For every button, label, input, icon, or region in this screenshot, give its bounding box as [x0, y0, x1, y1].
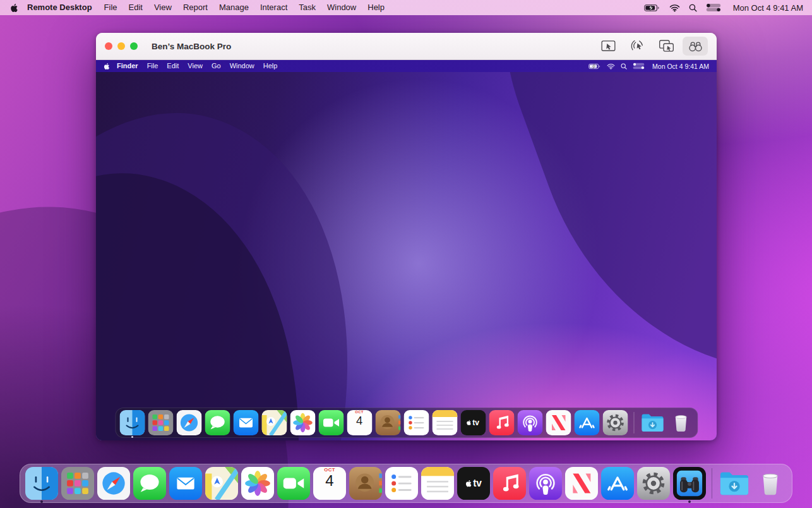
menu-manage[interactable]: Manage: [213, 0, 254, 15]
close-button[interactable]: [105, 42, 112, 50]
dock-item-calendar[interactable]: OCT4: [313, 467, 346, 500]
menu-window[interactable]: Window: [321, 0, 362, 15]
dock-item-trash[interactable]: [668, 410, 693, 435]
search-icon[interactable]: [686, 4, 700, 12]
dock-item-notes[interactable]: [432, 410, 457, 435]
dock-item-contacts[interactable]: [349, 467, 382, 500]
menu-edit[interactable]: Edit: [162, 60, 183, 72]
dock: OCT4tv: [20, 464, 792, 503]
maps-icon: [261, 410, 287, 435]
dock-item-finder[interactable]: [25, 467, 58, 500]
launchpad-icon: [61, 467, 94, 500]
remote-menu-bar-clock[interactable]: Mon Oct 4 9:41 AM: [650, 63, 709, 70]
dock-item-remote-desktop[interactable]: [673, 467, 706, 500]
dock-item-photos[interactable]: [241, 467, 274, 500]
menu-report[interactable]: Report: [177, 0, 213, 15]
dock-item-maps[interactable]: [205, 467, 238, 500]
dock-item-facetime[interactable]: [318, 410, 343, 435]
curtain-button[interactable]: [654, 37, 679, 56]
maps-icon: [205, 467, 238, 500]
wifi-icon[interactable]: [667, 4, 683, 12]
menu-go[interactable]: Go: [207, 60, 225, 72]
menu-help[interactable]: Help: [362, 0, 390, 15]
dock-item-mail[interactable]: [233, 410, 258, 435]
dock-item-safari[interactable]: [176, 410, 201, 435]
dock-item-maps[interactable]: [261, 410, 287, 435]
zoom-button[interactable]: [130, 42, 138, 50]
dock-item-messages[interactable]: [133, 467, 166, 500]
dock-item-messages[interactable]: [205, 410, 230, 435]
window-toolbar: [595, 37, 708, 56]
apple-menu[interactable]: [10, 3, 18, 13]
remote-screen[interactable]: FinderFileEditViewGoWindowHelp Mon Oct 4…: [96, 60, 717, 440]
battery-icon[interactable]: [642, 4, 663, 12]
dock-item-podcasts[interactable]: [517, 410, 542, 435]
battery-icon[interactable]: [587, 63, 603, 70]
menu-task[interactable]: Task: [293, 0, 321, 15]
wifi-icon[interactable]: [605, 63, 617, 70]
trash-icon: [754, 467, 787, 500]
reminders-icon: [385, 467, 418, 500]
messages-icon: [133, 467, 166, 500]
dock-item-appstore[interactable]: [601, 467, 634, 500]
remote-wallpaper: [96, 72, 717, 440]
dock-item-settings[interactable]: [637, 467, 670, 500]
search-icon[interactable]: [619, 63, 629, 70]
dock-item-downloads[interactable]: [640, 410, 665, 435]
dock-item-trash[interactable]: [754, 467, 787, 500]
remote-menu-bar-items: FinderFileEditViewGoWindowHelp: [112, 60, 282, 72]
dock-item-downloads[interactable]: [718, 467, 751, 500]
dock-item-podcasts[interactable]: [529, 467, 562, 500]
menu-view[interactable]: View: [183, 60, 207, 72]
share-control-button[interactable]: [624, 37, 650, 56]
menu-bar-clock[interactable]: Mon Oct 4 9:41 AM: [729, 3, 803, 13]
menu-file[interactable]: File: [143, 60, 163, 72]
menu-remote-desktop[interactable]: Remote Desktop: [21, 0, 99, 15]
menu-view[interactable]: View: [148, 0, 177, 15]
dock-item-tv[interactable]: tv: [457, 467, 490, 500]
finder-icon: [119, 410, 145, 435]
dock-item-contacts[interactable]: [375, 410, 400, 435]
remote-desktop-window: Ben’s MacBook Pro FinderFileEditViewGoWi…: [96, 33, 717, 440]
downloads-icon: [718, 467, 751, 500]
dock-item-reminders[interactable]: [403, 410, 429, 435]
menu-file[interactable]: File: [99, 0, 123, 15]
dock-item-news[interactable]: [546, 410, 571, 435]
dock-item-music[interactable]: [489, 410, 514, 435]
podcasts-icon: [517, 410, 542, 435]
menu-window[interactable]: Window: [225, 60, 259, 72]
dock-item-appstore[interactable]: [574, 410, 599, 435]
remote-apple-menu[interactable]: [104, 63, 110, 70]
dock-item-safari[interactable]: [97, 467, 130, 500]
control-center-icon[interactable]: [631, 63, 647, 70]
menu-interact[interactable]: Interact: [254, 0, 293, 15]
minimize-button[interactable]: [117, 42, 125, 50]
remote-desktop-icon: [673, 467, 706, 500]
remote-dock: OCT4tv: [115, 408, 698, 438]
dock-item-finder[interactable]: [119, 410, 145, 435]
mail-icon: [233, 410, 258, 435]
dock-item-tv[interactable]: tv: [460, 410, 486, 435]
observe-binoculars-button[interactable]: [683, 37, 708, 56]
dock-item-launchpad[interactable]: [148, 410, 173, 435]
dock-item-notes[interactable]: [421, 467, 454, 500]
control-screen-button[interactable]: [595, 37, 621, 56]
settings-icon: [602, 410, 628, 435]
dock-item-facetime[interactable]: [277, 467, 310, 500]
dock-item-calendar[interactable]: OCT4: [347, 410, 372, 435]
menu-help[interactable]: Help: [259, 60, 282, 72]
menu-bar-status: Mon Oct 4 9:41 AM: [642, 3, 803, 13]
control-center-icon[interactable]: [703, 3, 724, 12]
menu-edit[interactable]: Edit: [123, 0, 148, 15]
dock-item-reminders[interactable]: [385, 467, 418, 500]
dock-item-settings[interactable]: [602, 410, 628, 435]
dock-item-music[interactable]: [493, 467, 526, 500]
dock-item-mail[interactable]: [169, 467, 202, 500]
menu-finder[interactable]: Finder: [112, 60, 143, 72]
dock-item-launchpad[interactable]: [61, 467, 94, 500]
dock-item-photos[interactable]: [290, 410, 315, 435]
safari-icon: [176, 410, 201, 435]
desktop: Remote DesktopFileEditViewReportManageIn…: [0, 0, 812, 508]
window-titlebar[interactable]: Ben’s MacBook Pro: [96, 33, 717, 60]
dock-item-news[interactable]: [565, 467, 598, 500]
